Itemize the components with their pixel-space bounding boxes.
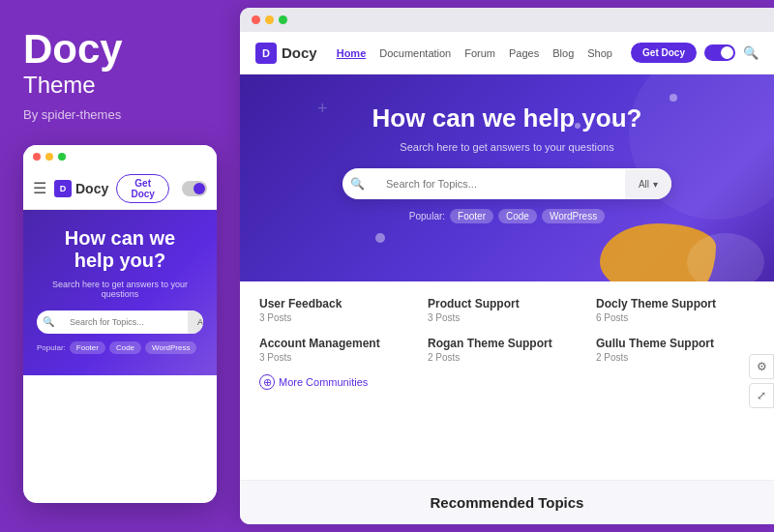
community-item-product-support[interactable]: Product Support 3 Posts xyxy=(428,297,586,323)
mobile-popular-label: Popular: xyxy=(37,343,66,352)
mobile-hero-title: How can wehelp you? xyxy=(37,227,203,272)
expand-icon-button[interactable]: ⤢ xyxy=(749,383,774,408)
mobile-tag-wordpress[interactable]: WordPress xyxy=(145,341,196,354)
brand-name: Docy xyxy=(23,29,217,70)
desktop-hero-sub: Search here to get answers to your quest… xyxy=(259,141,755,153)
mobile-dot-green xyxy=(58,153,66,161)
community-title-docly-theme: Docly Theme Support xyxy=(596,297,755,310)
community-item-rogan[interactable]: Rogan Theme Support 2 Posts xyxy=(428,337,586,363)
community-posts-rogan: 2 Posts xyxy=(428,352,586,363)
community-posts-user-feedback: 3 Posts xyxy=(259,312,418,323)
community-title-product-support: Product Support xyxy=(428,297,586,310)
mobile-get-docy-button[interactable]: Get Docy xyxy=(116,174,169,203)
mobile-mockup: ☰ D Docy Get Docy How can wehelp you? Se… xyxy=(23,145,217,503)
desktop-popular-row: Popular: Footer Code WordPress xyxy=(259,209,755,223)
left-panel: Docy Theme By spider-themes ☰ D Docy Get… xyxy=(0,0,240,532)
community-grid: User Feedback 3 Posts Product Support 3 … xyxy=(259,297,755,363)
desktop-logo-icon: D xyxy=(255,43,277,64)
desktop-logo-text: Docy xyxy=(282,44,317,61)
hero-dot-3 xyxy=(375,233,385,243)
desktop-chevron-icon: ▾ xyxy=(653,179,658,190)
desktop-hero-title: How can we help you? xyxy=(259,103,755,133)
nav-link-home[interactable]: Home xyxy=(337,47,367,59)
recommended-section: Recommended Topics xyxy=(240,480,774,524)
desktop-toggle-circle xyxy=(721,46,733,59)
community-title-gullu: Gullu Theme Support xyxy=(596,337,755,350)
desktop-search-input[interactable] xyxy=(372,168,625,199)
brand-subtitle: Theme xyxy=(23,72,217,100)
desktop-tag-footer[interactable]: Footer xyxy=(450,209,493,223)
community-posts-product-support: 3 Posts xyxy=(428,312,586,323)
sidebar-icons: ⚙ ⤢ xyxy=(749,354,774,408)
desktop-nav: D Docy Home Documentation Forum Pages Bl… xyxy=(240,32,774,74)
mobile-logo-icon: D xyxy=(54,180,72,197)
desktop-tag-code[interactable]: Code xyxy=(498,209,537,223)
community-item-docly-theme[interactable]: Docly Theme Support 6 Posts xyxy=(596,297,755,323)
brand-by: By spider-themes xyxy=(23,107,217,122)
desktop-hero: + + How can we help you? Search here to … xyxy=(240,74,774,281)
desktop-dot-green xyxy=(279,15,287,24)
mobile-nav: ☰ D Docy Get Docy xyxy=(23,168,217,210)
mobile-dot-red xyxy=(33,153,41,161)
hero-blob-white xyxy=(687,233,764,281)
mobile-tag-footer[interactable]: Footer xyxy=(70,341,105,354)
nav-link-documentation[interactable]: Documentation xyxy=(379,47,451,59)
mobile-tag-code[interactable]: Code xyxy=(109,341,141,354)
mobile-logo-text: Docy xyxy=(75,181,108,196)
mobile-toggle-circle xyxy=(194,183,205,194)
desktop-tag-wordpress[interactable]: WordPress xyxy=(542,209,605,223)
more-communities-link[interactable]: ⊕ More Communities xyxy=(259,374,755,390)
desktop-search-magnifier: 🔍 xyxy=(342,177,372,191)
community-section: User Feedback 3 Posts Product Support 3 … xyxy=(240,281,774,480)
mobile-hero-sub: Search here to get answers to your quest… xyxy=(37,280,203,299)
mobile-search-button[interactable]: All ▾ xyxy=(188,310,203,334)
community-item-gullu[interactable]: Gullu Theme Support 2 Posts xyxy=(596,337,755,363)
community-title-user-feedback: User Feedback xyxy=(259,297,418,310)
mobile-popular-row: Popular: Footer Code WordPress xyxy=(37,341,203,354)
community-item-user-feedback[interactable]: User Feedback 3 Posts xyxy=(259,297,418,323)
desktop-panel: D Docy Home Documentation Forum Pages Bl… xyxy=(240,8,774,524)
community-item-account[interactable]: Account Management 3 Posts xyxy=(259,337,418,363)
mobile-search-icon: 🔍 xyxy=(37,316,60,327)
desktop-search-row[interactable]: 🔍 All ▾ xyxy=(342,168,671,199)
desktop-dot-yellow xyxy=(265,15,274,24)
mobile-hero: How can wehelp you? Search here to get a… xyxy=(23,210,217,375)
recommended-title: Recommended Topics xyxy=(259,494,755,511)
mobile-top-bar xyxy=(23,145,217,168)
desktop-popular-label: Popular: xyxy=(409,211,445,222)
mobile-dot-yellow xyxy=(45,153,53,161)
community-posts-account: 3 Posts xyxy=(259,352,418,363)
desktop-search-button[interactable]: All ▾ xyxy=(625,169,671,199)
community-title-account: Account Management xyxy=(259,337,418,350)
more-communities-icon: ⊕ xyxy=(259,374,275,390)
mobile-search-input[interactable] xyxy=(60,310,188,334)
mobile-search-bar[interactable]: 🔍 All ▾ xyxy=(37,310,203,334)
desktop-nav-links: Home Documentation Forum Pages Blog Shop xyxy=(337,47,631,59)
desktop-top-bar xyxy=(240,8,774,32)
community-title-rogan: Rogan Theme Support xyxy=(428,337,586,350)
desktop-dark-toggle[interactable] xyxy=(704,44,735,61)
nav-link-forum[interactable]: Forum xyxy=(464,47,495,59)
desktop-search-icon[interactable]: 🔍 xyxy=(743,45,759,60)
mobile-logo: D Docy xyxy=(54,180,108,197)
more-communities-label: More Communities xyxy=(279,376,368,388)
desktop-nav-right: Get Docy 🔍 xyxy=(631,43,759,63)
community-posts-gullu: 2 Posts xyxy=(596,352,755,363)
nav-link-blog[interactable]: Blog xyxy=(552,47,574,59)
desktop-dot-red xyxy=(252,15,260,24)
hero-dot-1 xyxy=(670,94,677,102)
desktop-logo: D Docy xyxy=(255,43,317,64)
nav-link-pages[interactable]: Pages xyxy=(509,47,539,59)
gear-icon-button[interactable]: ⚙ xyxy=(749,354,774,379)
mobile-dark-toggle[interactable] xyxy=(182,181,207,196)
community-posts-docly-theme: 6 Posts xyxy=(596,312,755,323)
desktop-get-docy-button[interactable]: Get Docy xyxy=(631,43,697,63)
hamburger-icon[interactable]: ☰ xyxy=(33,179,46,197)
nav-link-shop[interactable]: Shop xyxy=(587,47,612,59)
